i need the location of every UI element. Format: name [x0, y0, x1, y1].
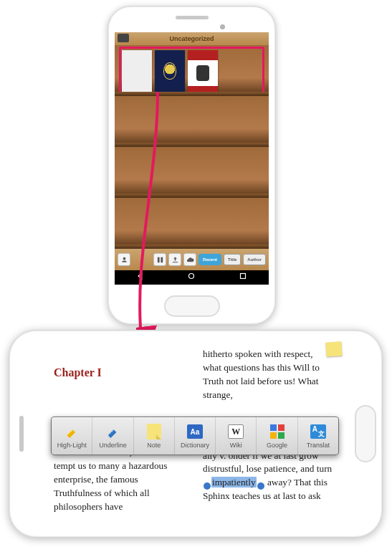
- shelf-row: [115, 96, 269, 147]
- nav-back-icon[interactable]: [135, 271, 145, 284]
- button-label: Dictionary: [181, 442, 209, 449]
- hardware-home-button[interactable]: [355, 405, 376, 462]
- sort-title-button[interactable]: Title: [224, 254, 241, 265]
- button-label: Google: [267, 442, 287, 449]
- highlight-button[interactable]: High-Light: [52, 417, 92, 455]
- profile-icon[interactable]: [118, 253, 130, 266]
- book-item[interactable]: [155, 50, 185, 92]
- note-button[interactable]: Note: [134, 417, 175, 455]
- wiki-icon: W: [228, 424, 244, 439]
- portrait-screen: Uncategorized: [115, 32, 269, 285]
- phone-portrait-frame: Uncategorized: [107, 6, 276, 325]
- cloud-icon[interactable]: [183, 253, 196, 266]
- category-title: Uncategorized: [169, 35, 214, 42]
- shelf-row: [115, 147, 269, 198]
- wiki-button[interactable]: W Wiki: [216, 417, 257, 455]
- bookshelf-app: Uncategorized: [115, 32, 269, 285]
- button-label: Wiki: [230, 442, 242, 449]
- underline-icon: [105, 424, 120, 439]
- book-item[interactable]: [122, 50, 152, 92]
- underline-button[interactable]: Underline: [92, 417, 133, 455]
- book-cover-art: [163, 62, 176, 80]
- selection-end-handle[interactable]: [257, 482, 264, 490]
- sort-author-button[interactable]: Author: [243, 254, 266, 265]
- earpiece: [19, 416, 24, 452]
- chapter-heading: Chapter I: [54, 365, 184, 381]
- book-cover-art: [196, 65, 209, 81]
- nav-home-icon[interactable]: [186, 271, 196, 284]
- translate-icon: [310, 424, 326, 439]
- phone-landscape-frame: Chapter I Preju 1. The Will to Truth, wh…: [9, 330, 383, 538]
- svg-point-0: [189, 274, 194, 279]
- svg-rect-1: [241, 274, 246, 279]
- note-icon: [147, 424, 161, 439]
- button-label: Underline: [99, 442, 127, 449]
- body-paragraph: hitherto spoken with respect, what quest…: [203, 348, 333, 402]
- dictionary-button[interactable]: Aa Dictionary: [175, 417, 216, 455]
- button-label: High-Light: [57, 442, 87, 449]
- nav-recent-icon[interactable]: [238, 271, 248, 284]
- android-nav-bar: [115, 270, 269, 285]
- view-list-icon[interactable]: [153, 253, 166, 266]
- button-label: Translat: [307, 442, 330, 449]
- earpiece: [176, 16, 209, 19]
- dictionary-icon: Aa: [187, 424, 203, 439]
- front-camera: [220, 24, 225, 29]
- shelves-container: [115, 45, 269, 249]
- book-item[interactable]: [188, 50, 218, 92]
- shelf-row: [115, 198, 269, 249]
- body-paragraph: 1. The Will to Truth, which is to tempt …: [54, 446, 184, 513]
- button-label: Note: [147, 442, 161, 449]
- google-button[interactable]: Google: [257, 417, 297, 455]
- shelf-row: [115, 45, 269, 96]
- folder-icon[interactable]: [118, 34, 129, 42]
- selection-start-handle[interactable]: [204, 482, 211, 490]
- landscape-screen: Chapter I Preju 1. The Will to Truth, wh…: [41, 338, 346, 530]
- hardware-home-button[interactable]: [164, 295, 220, 317]
- google-icon: [270, 424, 285, 439]
- bookshelf-footer-toolbar: Recent Title Author: [115, 249, 269, 270]
- text-selection-toolbar: High-Light Underline Note Aa Dictionary …: [51, 417, 339, 455]
- sort-recent-button[interactable]: Recent: [199, 254, 221, 265]
- highlight-icon: [64, 424, 79, 439]
- translate-button[interactable]: Translat: [298, 417, 338, 455]
- import-icon[interactable]: [168, 253, 181, 266]
- selected-text[interactable]: impatiently: [211, 477, 257, 487]
- bookshelf-header: Uncategorized: [115, 32, 269, 45]
